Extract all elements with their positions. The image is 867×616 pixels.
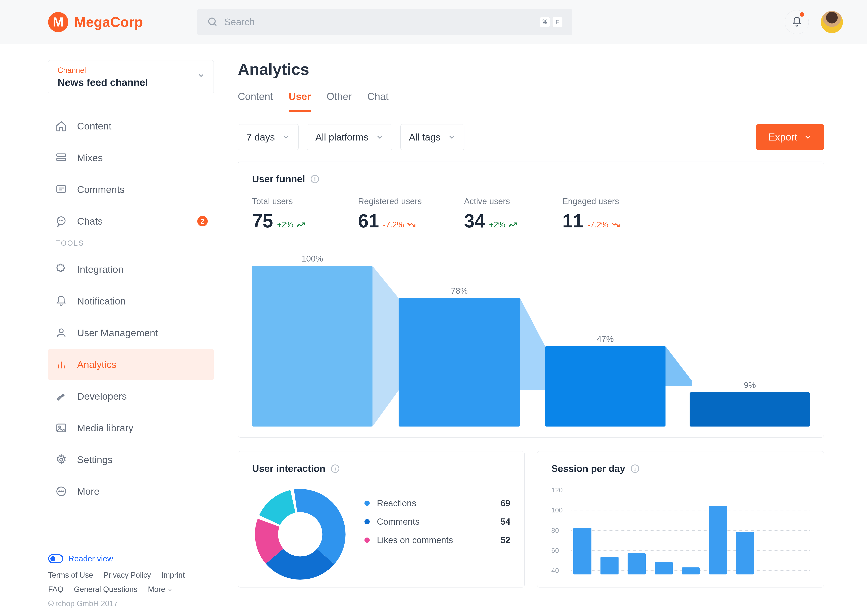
funnel-pct: 78%: [399, 286, 520, 295]
filter-label: All tags: [409, 132, 441, 143]
svg-point-16: [59, 426, 61, 428]
tab-user[interactable]: User: [289, 91, 311, 112]
sidebar-item-mixes[interactable]: Mixes: [48, 142, 214, 174]
tab-chat[interactable]: Chat: [367, 91, 388, 112]
metric-delta: -7.2%: [587, 220, 620, 229]
legend-row: Comments 54: [364, 517, 510, 527]
filter-tags[interactable]: All tags: [401, 124, 464, 150]
sidebar-item-media-library[interactable]: Media library: [48, 412, 214, 444]
sidebar-item-label: Settings: [77, 454, 113, 465]
sidebar-item-analytics[interactable]: Analytics: [48, 349, 214, 380]
svg-rect-2: [57, 154, 66, 156]
sidebar-item-content[interactable]: Content: [48, 110, 214, 142]
trend-down-icon: [407, 222, 416, 228]
trend-up-icon: [296, 222, 305, 228]
notifications-button[interactable]: [785, 10, 809, 34]
chevron-down-icon: [282, 133, 290, 141]
sidebar-item-notification[interactable]: Notification: [48, 285, 214, 317]
footer-link-imprint[interactable]: Imprint: [161, 571, 185, 580]
reader-view-toggle[interactable]: Reader view: [48, 554, 214, 563]
filter-platforms[interactable]: All platforms: [307, 124, 392, 150]
info-icon[interactable]: i: [311, 175, 319, 183]
sidebar-item-settings[interactable]: Settings: [48, 444, 214, 476]
legend-value: 52: [501, 535, 510, 545]
user-avatar[interactable]: [821, 11, 843, 33]
main-content: Analytics Content User Other Chat 7 days…: [234, 44, 867, 616]
svg-point-20: [61, 491, 62, 492]
export-button[interactable]: Export: [756, 124, 824, 150]
bell-icon: [792, 16, 803, 27]
footer-link-more[interactable]: More: [148, 585, 173, 594]
footer-link-terms[interactable]: Terms of Use: [48, 571, 93, 580]
bar-chart: 120 100 80 60 40: [551, 486, 810, 574]
export-label: Export: [768, 131, 797, 143]
bar: [600, 557, 619, 574]
y-tick: 60: [551, 547, 572, 555]
sidebar-item-user-management[interactable]: User Management: [48, 317, 214, 349]
metric-value: 11: [562, 210, 583, 232]
chevron-down-icon: [167, 587, 173, 592]
footer-link-general[interactable]: General Questions: [74, 585, 137, 594]
metric-label: Active users: [464, 196, 562, 206]
bar: [736, 532, 754, 574]
notification-dot-icon: [800, 12, 804, 17]
sidebar-item-integration[interactable]: Integration: [48, 253, 214, 285]
tab-other[interactable]: Other: [327, 91, 352, 112]
metric-value: 34: [464, 210, 485, 232]
sidebar-item-label: Chats: [77, 215, 103, 227]
page-title: Analytics: [238, 60, 824, 79]
metric-active-users: Active users 34 +2%: [464, 196, 562, 232]
puzzle-icon: [55, 264, 67, 275]
app-header: M MegaCorp Search ⌘ F: [0, 0, 867, 44]
sidebar-item-more[interactable]: More: [48, 476, 214, 507]
user-icon: [55, 327, 67, 339]
y-tick: 120: [551, 486, 572, 494]
brand[interactable]: M MegaCorp: [48, 12, 143, 32]
footer-link-faq[interactable]: FAQ: [48, 585, 63, 594]
card-title: Session per day: [551, 463, 625, 474]
funnel-chart: 100% 78% 47% 9%: [252, 240, 810, 432]
metric-label: Engaged users: [562, 196, 668, 206]
bar: [628, 553, 646, 574]
y-tick: 40: [551, 567, 572, 574]
sidebar-item-label: Comments: [77, 184, 125, 195]
sidebar-item-chats[interactable]: Chats 2: [48, 205, 214, 237]
sidebar-item-label: Integration: [77, 264, 124, 275]
funnel-block: [399, 298, 520, 426]
legend-value: 69: [501, 498, 510, 508]
sidebar-item-label: Mixes: [77, 152, 103, 163]
svg-marker-23: [520, 298, 545, 390]
metric-value: 75: [252, 210, 273, 232]
chevron-down-icon: [804, 133, 812, 141]
info-icon[interactable]: i: [631, 464, 639, 473]
tab-content[interactable]: Content: [238, 91, 273, 112]
channel-selector[interactable]: Channel News feed channel: [48, 60, 214, 94]
bar: [709, 506, 727, 574]
filter-date-range[interactable]: 7 days: [238, 124, 298, 150]
user-interaction-card: User interaction i: [238, 451, 525, 588]
legend-dot-icon: [364, 519, 370, 524]
footer-link-privacy[interactable]: Privacy Policy: [104, 571, 151, 580]
sidebar-item-developers[interactable]: Developers: [48, 380, 214, 412]
sidebar-item-label: Developers: [77, 391, 127, 402]
search-input[interactable]: Search ⌘ F: [197, 9, 572, 35]
toggle-icon: [48, 554, 63, 563]
channel-label: Channel: [58, 66, 204, 75]
footer-links: Terms of Use Privacy Policy Imprint FAQ …: [48, 571, 209, 594]
info-icon[interactable]: i: [331, 464, 339, 473]
sidebar-item-comments[interactable]: Comments: [48, 174, 214, 205]
metric-value: 61: [358, 210, 379, 232]
gear-icon: [55, 454, 67, 465]
legend-value: 54: [501, 517, 510, 527]
y-tick: 80: [551, 526, 572, 534]
svg-point-19: [59, 491, 60, 492]
donut-legend: Reactions 69 Comments 54 Likes on commen…: [364, 486, 510, 583]
donut-chart: [252, 486, 349, 583]
metric-total-users: Total users 75 +2%: [252, 196, 358, 232]
funnel-pct: 100%: [252, 254, 372, 264]
legend-dot-icon: [364, 537, 370, 543]
chevron-down-icon: [376, 133, 384, 141]
sidebar-item-label: User Management: [77, 327, 158, 338]
metric-delta: -7.2%: [383, 220, 416, 229]
sidebar-item-label: Analytics: [77, 359, 116, 370]
